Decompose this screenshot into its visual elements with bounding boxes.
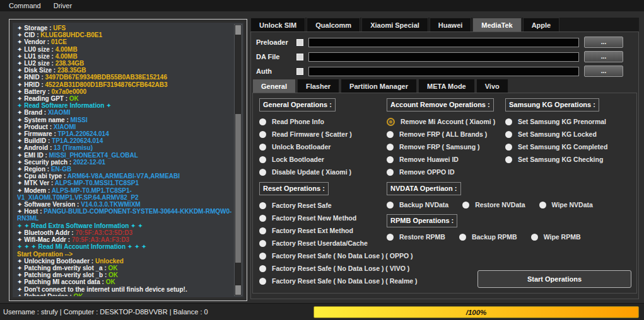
radio-option-restore-nvdata[interactable]: Restore NVData	[462, 199, 525, 210]
tab-flasher[interactable]: Flasher	[297, 79, 339, 93]
mediatek-page-body: Preloader...DA File...Auth... GeneralFla…	[250, 31, 639, 299]
radio-label: Factory Reset Safe ( No Data Lose ) ( Re…	[272, 277, 417, 285]
start-operations-button[interactable]: Start Operations	[477, 270, 631, 288]
radio-option-backup-nvdata[interactable]: Backup NVData	[387, 199, 448, 210]
radio-button-icon[interactable]	[505, 118, 512, 125]
nvdata-operations-title: NVDATA Opertiaon :	[387, 182, 461, 195]
tab-xiaomi-special[interactable]: Xiaomi Special	[361, 18, 428, 31]
menu-command[interactable]: Command	[3, 1, 47, 11]
radio-button-icon[interactable]	[459, 234, 466, 241]
radio-button-icon[interactable]	[259, 253, 266, 260]
radio-option-factory-reset-new-method[interactable]: Factory Reset New Method	[259, 212, 395, 224]
radio-option-set-samsung-kg-prenormal[interactable]: Set Samsung KG Prenormal	[505, 115, 638, 128]
auth-path-input[interactable]	[308, 67, 579, 76]
status-bar: Username : strufy | Computer : DESKTOP-D…	[0, 303, 644, 320]
radio-label: Factory Reset Safe ( No Data Lose ) ( VI…	[272, 265, 409, 272]
radio-option-factory-reset-safe-no-data-lose-oppo[interactable]: Factory Reset Safe ( No Data Lose ) ( OP…	[259, 249, 395, 262]
radio-button-icon[interactable]	[505, 131, 512, 138]
log-scrollbar[interactable]	[234, 24, 242, 296]
radio-option-factory-reset-safe-no-data-lose-realme[interactable]: Factory Reset Safe ( No Data Lose ) ( Re…	[259, 275, 395, 287]
radio-option-factory-reset-safe[interactable]: Factory Reset Safe	[259, 199, 395, 212]
preloader-path-input[interactable]	[308, 38, 579, 47]
radio-button-icon[interactable]	[259, 202, 266, 209]
da-file-path-input[interactable]	[308, 52, 579, 62]
radio-button-icon[interactable]	[505, 156, 512, 163]
radio-button-icon[interactable]	[387, 156, 394, 163]
radio-button-icon[interactable]	[259, 169, 266, 176]
radio-button-icon[interactable]	[539, 202, 546, 209]
log-line: ✦ Cpu abi type : ARM64-V8A,ARMEABI-V7A,A…	[17, 173, 232, 180]
progress-label: /100%	[466, 309, 487, 316]
radio-option-lock-bootloader[interactable]: Lock Bootloader	[259, 153, 395, 166]
auth-row: Auth...	[256, 66, 623, 77]
radio-button-icon[interactable]	[531, 234, 538, 241]
scrollbar-down-button[interactable]	[235, 285, 241, 295]
brand-tab-strip: Unlock SIMQualcommXiaomi SpecialHuaweiMe…	[250, 18, 639, 31]
radio-button-icon[interactable]	[259, 156, 266, 163]
menu-driver[interactable]: Driver	[47, 1, 78, 11]
tab-huawei[interactable]: Huawei	[430, 18, 472, 31]
radio-option-restore-rpmb[interactable]: Restore RPMB	[387, 231, 445, 243]
tab-partition-manager[interactable]: Partition Manager	[341, 79, 417, 93]
column-general-reset: General Operations : Read Phone InfoRead…	[259, 98, 395, 291]
radio-option-wipe-rpmb[interactable]: Wipe RPMB	[531, 231, 581, 243]
scrollbar-thumb[interactable]	[235, 114, 241, 263]
radio-button-icon[interactable]	[259, 265, 266, 272]
tab-general[interactable]: General	[252, 79, 296, 93]
radio-button-icon[interactable]	[259, 131, 266, 138]
preloader-browse-button[interactable]: ...	[584, 37, 623, 48]
tab-qualcomm[interactable]: Qualcomm	[307, 18, 360, 31]
radio-label: Backup RPMB	[472, 233, 517, 241]
rpmb-operations-section: RPMB Operations : Restore RPMBBackup RPM…	[387, 214, 570, 243]
radio-option-unlock-bootloader[interactable]: Unlock Bootloader	[259, 140, 395, 153]
da-file-browse-button[interactable]: ...	[584, 51, 623, 62]
radio-option-disable-update-xiaomi[interactable]: Disable Update ( Xiaomi )	[259, 166, 395, 178]
auth-checkbox[interactable]	[296, 68, 303, 75]
radio-label: Factory Reset Ext Method	[272, 227, 353, 234]
preloader-checkbox[interactable]	[296, 39, 303, 46]
radio-option-factory-reset-safe-no-data-lose-vivo[interactable]: Factory Reset Safe ( No Data Lose ) ( VI…	[259, 262, 395, 275]
radio-label: Read Firmware ( Scatter )	[272, 130, 352, 138]
radio-option-factory-reset-ext-method[interactable]: Factory Reset Ext Method	[259, 224, 395, 237]
tab-mediatek[interactable]: MediaTek	[472, 18, 521, 31]
radio-button-icon[interactable]	[259, 227, 266, 234]
radio-option-read-phone-info[interactable]: Read Phone Info	[259, 115, 395, 128]
tab-vivo[interactable]: Vivo	[476, 79, 508, 93]
radio-button-icon[interactable]	[259, 144, 266, 151]
log-output[interactable]: ✦ Storage : UFS✦ CID : KLUEG8UHDC-B0E1✦ …	[17, 25, 232, 296]
scrollbar-up-button[interactable]	[235, 25, 241, 35]
radio-option-read-firmware-scatter[interactable]: Read Firmware ( Scatter )	[259, 128, 395, 140]
radio-option-set-samsung-kg-locked[interactable]: Set Samsung KG Locked	[505, 128, 638, 140]
radio-button-icon[interactable]	[505, 144, 512, 151]
radio-button-icon[interactable]	[259, 278, 266, 285]
radio-option-set-samsung-kg-checking[interactable]: Set Samsung KG Checking	[505, 153, 638, 166]
radio-button-icon[interactable]	[387, 144, 394, 151]
tab-unlock-sim[interactable]: Unlock SIM	[250, 18, 305, 31]
radio-button-icon[interactable]	[387, 234, 394, 241]
radio-button-icon[interactable]	[462, 202, 469, 209]
radio-button-icon[interactable]	[259, 118, 266, 125]
tab-apple[interactable]: Apple	[523, 18, 560, 31]
radio-button-icon[interactable]	[387, 118, 395, 126]
radio-option-wipe-nvdata[interactable]: Wipe NVData	[539, 199, 593, 210]
radio-label: Lock Bootloader	[272, 156, 324, 163]
log-line: ✦ Don't connect to the internet until fi…	[17, 286, 232, 293]
radio-option-backup-rpmb[interactable]: Backup RPMB	[459, 231, 517, 243]
radio-button-icon[interactable]	[387, 202, 394, 209]
radio-option-factory-reset-userdata-cache[interactable]: Factory Reset Userdata/Cache	[259, 237, 395, 249]
status-text: Username : strufy | Computer : DESKTOP-D…	[3, 308, 208, 316]
auth-browse-button[interactable]: ...	[584, 66, 623, 77]
radio-button-icon[interactable]	[387, 169, 394, 176]
radio-button-icon[interactable]	[387, 131, 394, 138]
radio-option-set-samsung-kg-completed[interactable]: Set Samsung KG Completed	[505, 140, 638, 153]
progress-bar: /100%	[313, 306, 639, 318]
radio-label: Unlock Bootloader	[272, 143, 331, 151]
radio-button-icon[interactable]	[259, 215, 266, 222]
file-selection-area: Preloader...DA File...Auth...	[256, 37, 623, 80]
radio-button-icon[interactable]	[259, 240, 266, 247]
da-file-checkbox[interactable]	[296, 54, 303, 60]
general-operations-radios: Read Phone InfoRead Firmware ( Scatter )…	[259, 115, 395, 178]
log-line: ✦ Modem : ALPS-MP-T0.MP1.TC8SP1-V1_XIAOM…	[17, 187, 232, 201]
tab-meta-mode[interactable]: META Mode	[418, 79, 475, 93]
radio-label: Remove FRP ( ALL Brands )	[399, 130, 487, 138]
